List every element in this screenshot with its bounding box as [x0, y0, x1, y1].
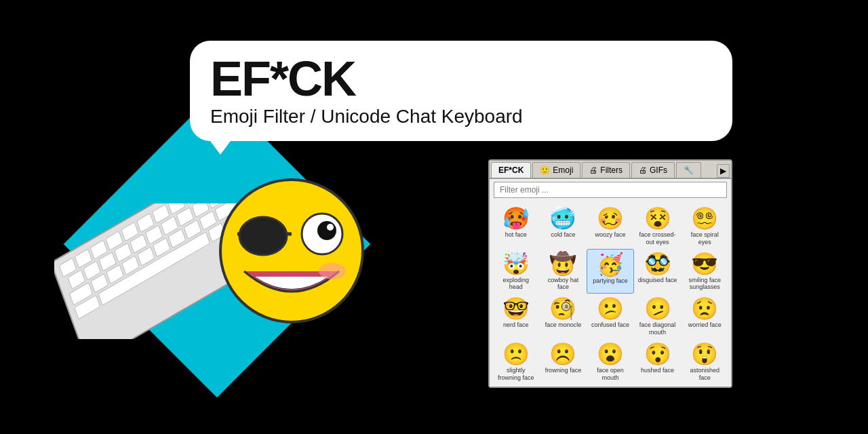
emoji-label: smiling face sunglasses	[685, 277, 724, 292]
emoji-cell[interactable]: 🤯exploding head	[492, 249, 540, 294]
emoji-cell[interactable]: 🙁slightly frowning face	[492, 339, 540, 384]
emoji-icon: 🥶	[549, 208, 576, 229]
svg-point-41	[327, 224, 334, 231]
emoji-cell[interactable]: 😟worried face	[681, 294, 728, 339]
mascot-face	[217, 176, 366, 326]
emoji-label: face crossed-out eyes	[638, 231, 677, 246]
emoji-cell[interactable]: 🥴woozy face	[587, 203, 634, 249]
tab-filters-icon: 🖨	[589, 165, 597, 175]
emoji-icon: 🥴	[597, 208, 624, 229]
svg-point-36	[220, 180, 363, 322]
emoji-label: hot face	[505, 231, 527, 239]
tab-gifs-icon: 🖨	[639, 165, 647, 175]
emoji-label: nerd face	[503, 321, 529, 329]
tab-emoji-label: Emoji	[553, 165, 573, 175]
emoji-cell[interactable]: 🤠cowboy hat face	[540, 249, 587, 294]
emoji-label: face open mouth	[591, 367, 630, 382]
emoji-cell[interactable]: 😮face open mouth	[587, 339, 634, 384]
emoji-label: astonished face	[685, 367, 724, 382]
emoji-icon: ☹️	[549, 343, 576, 365]
emoji-label: exploding head	[496, 277, 536, 292]
emoji-cell[interactable]: ☹️frowning face	[540, 339, 587, 384]
tab-more-icon: 🔧	[684, 165, 694, 175]
svg-point-42	[319, 263, 346, 279]
emoji-label: cowboy hat face	[543, 277, 583, 292]
tab-filters[interactable]: 🖨 Filters	[582, 162, 630, 178]
emoji-cell[interactable]: 🥵hot face	[492, 203, 540, 249]
emoji-label: frowning face	[545, 367, 582, 374]
tab-efck-label: EF*CK	[498, 165, 524, 175]
emoji-label: slightly frowning face	[496, 367, 536, 382]
app-subtitle: Emoji Filter / Unicode Chat Keyboard	[210, 106, 705, 127]
emoji-cell[interactable]: 🥸disguised face	[634, 249, 682, 294]
emoji-cell[interactable]: 🫤face diagonal mouth	[634, 294, 682, 339]
emoji-icon: 🧐	[549, 298, 576, 319]
tab-more[interactable]: 🔧	[676, 162, 701, 178]
search-bar	[490, 179, 731, 201]
emoji-label: face diagonal mouth	[638, 321, 677, 336]
emoji-icon: 😵	[644, 208, 671, 229]
emoji-icon: 🤓	[502, 298, 530, 319]
svg-point-40	[317, 221, 336, 240]
emoji-grid: 🥵hot face🥶cold face🥴woozy face😵face cros…	[490, 201, 731, 387]
emoji-cell[interactable]: 🥳partying face	[587, 249, 634, 294]
emoji-cell[interactable]: 😯hushed face	[634, 339, 682, 384]
tab-emoji[interactable]: 🙂 Emoji	[532, 162, 580, 178]
tab-efck[interactable]: EF*CK	[491, 162, 531, 178]
emoji-cell[interactable]: 😲astonished face	[681, 339, 728, 384]
tab-nav-forward[interactable]: ▶	[717, 164, 730, 178]
emoji-icon: 😵‍💫	[691, 208, 718, 229]
emoji-icon: 🥳	[597, 254, 624, 275]
emoji-icon: 😎	[691, 253, 718, 275]
tab-gifs[interactable]: 🖨 GIFs	[631, 162, 675, 178]
app-window: EF*CK 🙂 Emoji 🖨 Filters 🖨 GIFs 🔧 ▶ 🥵hot …	[488, 159, 732, 388]
emoji-icon: 🤯	[502, 253, 530, 275]
emoji-cell[interactable]: 🤓nerd face	[492, 294, 540, 339]
svg-point-38	[239, 217, 287, 255]
emoji-cell[interactable]: 😎smiling face sunglasses	[681, 249, 728, 294]
emoji-icon: 😕	[597, 298, 624, 319]
emoji-label: disguised face	[638, 277, 677, 284]
emoji-cell[interactable]: 😕confused face	[587, 294, 634, 339]
emoji-icon: 🥵	[502, 208, 530, 229]
emoji-label: cold face	[551, 231, 575, 239]
emoji-cell[interactable]: 😵face crossed-out eyes	[634, 203, 682, 249]
tab-emoji-icon: 🙂	[540, 165, 550, 175]
emoji-label: face spiral eyes	[685, 231, 724, 246]
emoji-label: worried face	[688, 321, 722, 329]
emoji-icon: 🤠	[549, 253, 576, 275]
emoji-cell[interactable]: 🥶cold face	[540, 203, 587, 249]
emoji-icon: 😯	[644, 343, 671, 365]
emoji-label: partying face	[593, 277, 628, 285]
tab-filters-label: Filters	[600, 165, 623, 175]
emoji-icon: 🙁	[502, 343, 530, 365]
emoji-icon: 🫤	[644, 298, 671, 319]
emoji-label: face monocle	[545, 321, 582, 329]
tab-gifs-label: GIFs	[650, 165, 667, 175]
logo-bubble: EF*CK Emoji Filter / Unicode Chat Keyboa…	[190, 41, 732, 141]
emoji-icon: 😲	[691, 343, 718, 365]
emoji-cell[interactable]: 😵‍💫face spiral eyes	[681, 203, 728, 249]
emoji-icon: 🥸	[644, 253, 671, 275]
search-input[interactable]	[494, 182, 727, 198]
emoji-icon: 😮	[597, 343, 624, 365]
emoji-icon: 😟	[691, 298, 718, 319]
app-title: EF*CK	[210, 54, 705, 103]
emoji-label: confused face	[591, 321, 629, 329]
emoji-label: hushed face	[641, 367, 674, 374]
emoji-cell[interactable]: 🧐face monocle	[540, 294, 587, 339]
tab-bar: EF*CK 🙂 Emoji 🖨 Filters 🖨 GIFs 🔧 ▶	[490, 161, 731, 179]
emoji-label: woozy face	[595, 231, 625, 239]
